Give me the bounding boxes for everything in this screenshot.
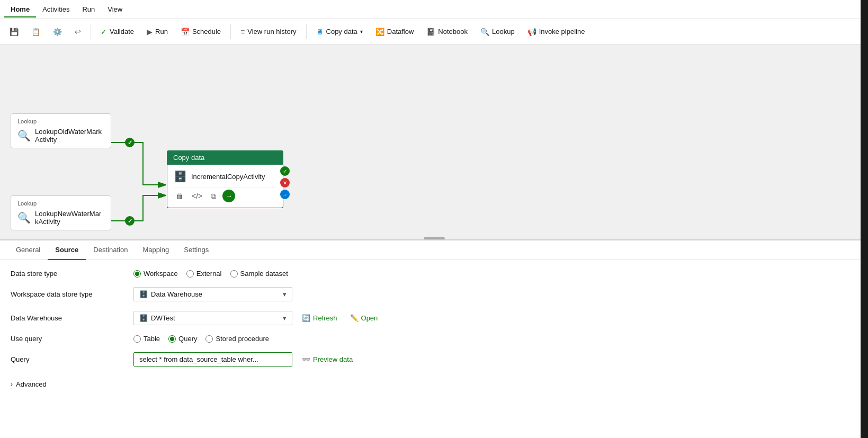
open-icon: ✏️ [350,314,359,322]
separator-3 [306,24,307,39]
separator-2 [230,24,231,39]
invoke-pipeline-button[interactable]: 📢 Invoke pipeline [522,25,590,39]
bottom-panel: General Source Destination Mapping Setti… [0,240,868,438]
lookup2-type: Lookup [17,200,104,207]
svg-text:✓: ✓ [128,218,132,224]
tab-general[interactable]: General [8,240,48,260]
undo-button[interactable]: ↩ [69,25,86,39]
copy-node-name: IncrementalCopyActivity [191,173,265,181]
run-button[interactable]: ▶ Run [141,25,173,39]
open-button[interactable]: ✏️ Open [347,312,381,324]
copy-clone-button[interactable]: ⧉ [209,191,218,202]
lookup2-node[interactable]: Lookup 🔍 LookupNewWaterMarkActivity [11,195,111,230]
radio-sample[interactable]: Sample dataset [230,270,288,278]
copy-node-icon: 🗄️ [174,170,187,183]
menu-bar: Home Activities Run View [0,0,868,19]
data-warehouse-select[interactable]: 🗄️ DWTest ▾ [133,311,292,325]
validate-button[interactable]: ✓ Validate [95,25,139,39]
save-button[interactable]: 💾 [4,25,24,39]
right-border [861,0,868,438]
copy-delete-button[interactable]: 🗑 [174,191,185,201]
copy-status-error: ✕ [280,178,290,187]
lookup1-node[interactable]: Lookup 🔍 LookupOldWaterMarkActivity [11,113,111,148]
radio-stored-procedure[interactable]: Stored procedure [205,335,269,343]
db-icon-2: 🗄️ [139,314,148,322]
lookup1-icon: 🔍 [17,129,31,142]
source-panel: Data store type Workspace External Sampl… [0,260,868,402]
svg-point-2 [125,216,135,226]
db-icon-1: 🗄️ [139,290,148,298]
data-store-type-label: Data store type [11,270,127,278]
preview-icon: 👓 [302,355,310,363]
lookup1-type: Lookup [17,118,104,124]
chevron-right-icon: › [11,381,13,388]
radio-external[interactable]: External [186,270,222,278]
refresh-button[interactable]: 🔄 Refresh [299,312,341,324]
schedule-button[interactable]: 📅 Schedule [175,25,226,39]
data-warehouse-row: Data Warehouse 🗄️ DWTest ▾ 🔄 Refresh ✏️ … [11,311,857,325]
data-store-type-options: Workspace External Sample dataset [133,270,288,278]
copy-code-button[interactable]: </> [190,191,204,201]
refresh-icon: 🔄 [302,314,310,322]
use-query-row: Use query Table Query Stored procedure [11,335,857,343]
copy-data-node[interactable]: Copy data 🗄️ IncrementalCopyActivity 🗑 <… [167,150,283,208]
menu-home[interactable]: Home [4,1,36,17]
view-run-history-button[interactable]: ≡ View run history [235,25,301,39]
dataflow-button[interactable]: 🔀 Dataflow [370,25,419,39]
copy-status-success: ✓ [280,166,290,176]
svg-text:✓: ✓ [128,139,132,146]
chevron-down-icon-1: ▾ [283,290,287,298]
query-label: Query [11,355,127,363]
radio-query[interactable]: Query [168,335,197,343]
data-warehouse-label: Data Warehouse [11,314,127,322]
separator-1 [91,24,91,39]
radio-table[interactable]: Table [133,335,160,343]
data-store-type-row: Data store type Workspace External Sampl… [11,270,857,278]
tab-bar: General Source Destination Mapping Setti… [0,240,868,260]
tab-settings[interactable]: Settings [176,240,216,260]
workspace-data-store-type-label: Workspace data store type [11,290,127,298]
copy-status-arrow: → [280,190,290,199]
tab-destination[interactable]: Destination [86,240,135,260]
notebook-button[interactable]: 📓 Notebook [421,25,473,39]
tab-source[interactable]: Source [48,240,86,260]
workspace-data-store-type-select[interactable]: 🗄️ Data Warehouse ▾ [133,287,292,301]
connector-lines: ✓ ✓ [0,44,868,239]
copy-data-button[interactable]: 🖥 Copy data ▾ [311,25,368,39]
menu-run[interactable]: Run [76,1,101,17]
lookup1-name: LookupOldWaterMarkActivity [35,128,104,144]
lookup2-icon: 🔍 [17,211,31,224]
workspace-data-store-type-row: Workspace data store type 🗄️ Data Wareho… [11,287,857,301]
tab-mapping[interactable]: Mapping [135,240,176,260]
query-row: Query 👓 Preview data [11,352,857,367]
preview-data-button[interactable]: 👓 Preview data [299,353,356,365]
copy-run-button[interactable]: → [222,190,235,202]
settings-button[interactable]: ⚙️ [48,25,67,39]
use-query-options: Table Query Stored procedure [133,335,269,343]
lookup2-name: LookupNewWaterMarkActivity [35,210,104,226]
svg-point-0 [125,138,135,147]
use-query-label: Use query [11,335,127,343]
query-input[interactable] [133,352,292,367]
chevron-down-icon-2: ▾ [283,314,287,322]
menu-activities[interactable]: Activities [36,1,76,17]
save-as-button[interactable]: 📋 [26,25,46,39]
resize-handle[interactable] [424,237,445,239]
copy-node-header: Copy data [167,150,283,165]
lookup-toolbar-button[interactable]: 🔍 Lookup [475,25,520,39]
advanced-row[interactable]: › Advanced [11,376,857,392]
toolbar: 💾 📋 ⚙️ ↩ ✓ Validate ▶ Run 📅 Schedule ≡ V… [0,19,868,44]
radio-workspace[interactable]: Workspace [133,270,178,278]
pipeline-canvas[interactable]: ✓ ✓ Lookup 🔍 LookupOldWaterMarkActivity … [0,44,868,240]
menu-view[interactable]: View [101,1,129,17]
